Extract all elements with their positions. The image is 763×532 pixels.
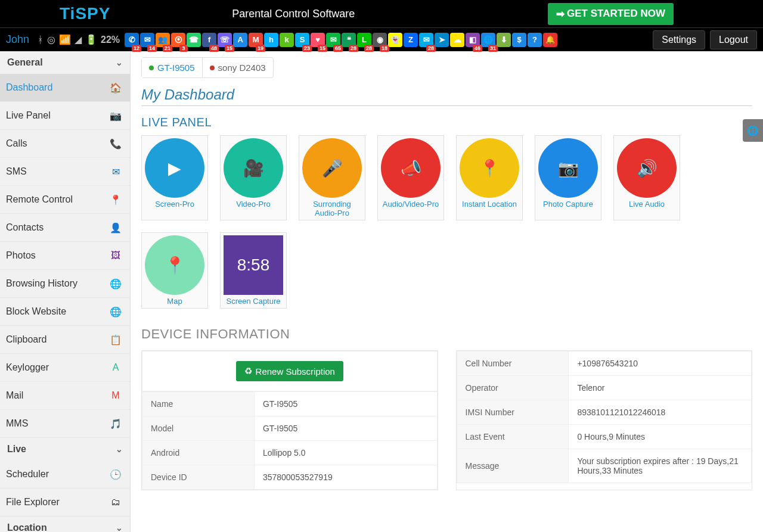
tab-sony-d2403[interactable]: sony D2403: [203, 58, 273, 77]
sidebar-item-scheduler[interactable]: Scheduler🕒: [0, 461, 130, 489]
right-actions: Settings Logout: [653, 30, 757, 49]
app-icon-imo[interactable]: ✉28: [419, 33, 433, 47]
chevron-down-icon: ⌄: [116, 444, 123, 454]
app-icon-kik[interactable]: k: [280, 33, 294, 47]
panel-caption: Surronding Audio-Pro: [302, 200, 362, 217]
table-row: NameGT-I9505: [142, 392, 438, 416]
sidebar-item-clipboard[interactable]: Clipboard📋: [0, 326, 130, 354]
panel-screen-pro[interactable]: ▶Screen-Pro: [141, 135, 208, 220]
table-row: MessageYour subscription expires after :…: [457, 449, 752, 483]
sidebar-item-sms[interactable]: SMS✉: [0, 158, 130, 186]
sidebar-item-keylogger[interactable]: KeyloggerA: [0, 354, 130, 382]
app-icon-kakao[interactable]: ☁: [450, 33, 464, 47]
panel-caption: Instant Location: [459, 200, 520, 209]
app-icon-tinder[interactable]: ♥15: [311, 33, 325, 47]
table-row: Cell Number+109876543210: [457, 351, 752, 376]
settings-button[interactable]: Settings: [653, 30, 705, 49]
app-icon-wechat[interactable]: ✉65: [326, 33, 340, 47]
app-icon-help[interactable]: ?: [528, 33, 542, 47]
tab-gt-i9505[interactable]: GT-I9505: [142, 58, 203, 77]
panel-icon: 8:58: [224, 235, 283, 295]
app-icon-zalo[interactable]: Z: [404, 33, 418, 47]
panel-surronding-audio-pro[interactable]: 🎤Surronding Audio-Pro: [299, 135, 365, 220]
app-icon-snapchat[interactable]: 👻: [388, 33, 402, 47]
panel-icon: ▶: [145, 138, 204, 198]
sidebar-item-contacts[interactable]: Contacts👤: [0, 214, 130, 242]
sidebar-group-general[interactable]: General⌄: [0, 51, 130, 74]
device-tabs: GT-I9505sony D2403: [141, 57, 274, 78]
sidebar-item-browsing-history[interactable]: Browsing History🌐: [0, 270, 130, 298]
app-icon-viber[interactable]: ☏15: [218, 33, 232, 47]
zalo-icon: Z: [408, 35, 413, 44]
logout-button[interactable]: Logout: [710, 30, 757, 49]
imo-icon: ✉: [423, 35, 430, 44]
browser-icon: 🌐: [483, 35, 493, 44]
app-icon-mail[interactable]: ✉14: [140, 33, 154, 47]
app-icon-money[interactable]: $: [512, 33, 526, 47]
panel-audio-video-pro[interactable]: 📣Audio/Video-Pro: [377, 135, 444, 220]
panel-photo-capture[interactable]: 📷Photo Capture: [535, 135, 601, 220]
float-side-button[interactable]: 🌐: [743, 119, 763, 142]
sms-icon: ✉: [107, 163, 124, 180]
icon-bar: John ᚼ ◎ 📶 ◢ 🔋 22% ✆12✉14👥21⦿3☎f48☏15AM1…: [0, 27, 763, 51]
panel-instant-location[interactable]: 📍Instant Location: [456, 135, 523, 220]
app-icon-app2[interactable]: A: [233, 33, 247, 47]
sidebar-item-remote-control[interactable]: Remote Control📍: [0, 186, 130, 214]
remote-control-icon: 📍: [107, 191, 124, 208]
app-icon-instagram[interactable]: ◉18: [373, 33, 387, 47]
app1-icon: ⦿: [175, 35, 182, 44]
app-icon-gmail[interactable]: M19: [249, 33, 263, 47]
app-icon-download[interactable]: ⬇: [497, 33, 511, 47]
sidebar-group-location[interactable]: Location⌄: [0, 517, 130, 532]
calls-icon: 📞: [107, 135, 124, 152]
sidebar-item-dashboard[interactable]: Dashboard🏠: [0, 74, 130, 102]
sidebar-item-mail[interactable]: MailM: [0, 382, 130, 410]
app-icon-phone[interactable]: ✆12: [125, 33, 139, 47]
panel-screen-capture[interactable]: 8:58Screen Capture: [220, 232, 287, 309]
panel-caption: Screen-Pro: [144, 200, 205, 209]
device-info-section: DEVICE INFORMATION ♻ Renew Subscription …: [141, 326, 752, 490]
app-icon-hike[interactable]: h: [264, 33, 278, 47]
arrow-right-icon: ➡: [556, 8, 565, 20]
panel-video-pro[interactable]: 🎥Video-Pro: [220, 135, 287, 220]
contacts-icon: 👥: [158, 35, 168, 44]
sidebar-item-mms[interactable]: MMS🎵: [0, 410, 130, 438]
panel-live-audio[interactable]: 🔊Live Audio: [613, 135, 680, 220]
app-icon-app1[interactable]: ⦿3: [171, 33, 185, 47]
sidebar-item-block-website[interactable]: Block Website🌐: [0, 298, 130, 326]
cell-key: Last Event: [457, 425, 569, 449]
app-icon-line[interactable]: L28: [357, 33, 371, 47]
panel-caption: Live Audio: [616, 200, 677, 209]
tinder-icon: ♥: [315, 35, 320, 44]
app-icon-hangouts[interactable]: ❝28: [342, 33, 356, 47]
app-icon-app3[interactable]: ◧46: [466, 33, 480, 47]
sidebar-item-label: Block Website: [6, 306, 66, 317]
instagram-icon: ◉: [377, 35, 383, 44]
app-icon-skype[interactable]: S23: [295, 33, 309, 47]
app-icon-telegram[interactable]: ➤: [435, 33, 449, 47]
sidebar-item-file-explorer[interactable]: File Explorer🗂: [0, 489, 130, 517]
renew-subscription-button[interactable]: ♻ Renew Subscription: [236, 361, 343, 381]
clipboard-icon: 📋: [107, 331, 124, 348]
panel-icon: 🎤: [302, 138, 362, 198]
panel-map[interactable]: 📍Map: [141, 232, 208, 309]
renew-row: ♻ Renew Subscription: [142, 351, 438, 391]
sidebar-item-label: Calls: [6, 138, 27, 149]
device-card-right: Cell Number+109876543210OperatorTelenorI…: [456, 350, 753, 490]
app-icon-facebook[interactable]: f48: [202, 33, 216, 47]
sidebar-group-live[interactable]: Live⌄: [0, 438, 130, 461]
app-icon-browser[interactable]: 🌐31: [481, 33, 495, 47]
page-title: My Dashboard: [141, 86, 752, 106]
sidebar-item-photos[interactable]: Photos🖼: [0, 242, 130, 270]
sidebar-item-live-panel[interactable]: Live Panel📷: [0, 102, 130, 130]
user-name-link[interactable]: John: [6, 33, 29, 46]
get-started-button[interactable]: ➡ GET STARTED NOW: [548, 3, 674, 25]
app-icon-whatsapp[interactable]: ☎: [187, 33, 201, 47]
sidebar-item-calls[interactable]: Calls📞: [0, 130, 130, 158]
app-icon-contacts[interactable]: 👥21: [156, 33, 170, 47]
cell-value: +109876543210: [569, 351, 752, 376]
device-table-right: Cell Number+109876543210OperatorTelenorI…: [457, 351, 752, 483]
facebook-icon: f: [208, 35, 210, 44]
photos-icon: 🖼: [107, 247, 124, 264]
app-icon-alert[interactable]: 🔔: [543, 33, 557, 47]
